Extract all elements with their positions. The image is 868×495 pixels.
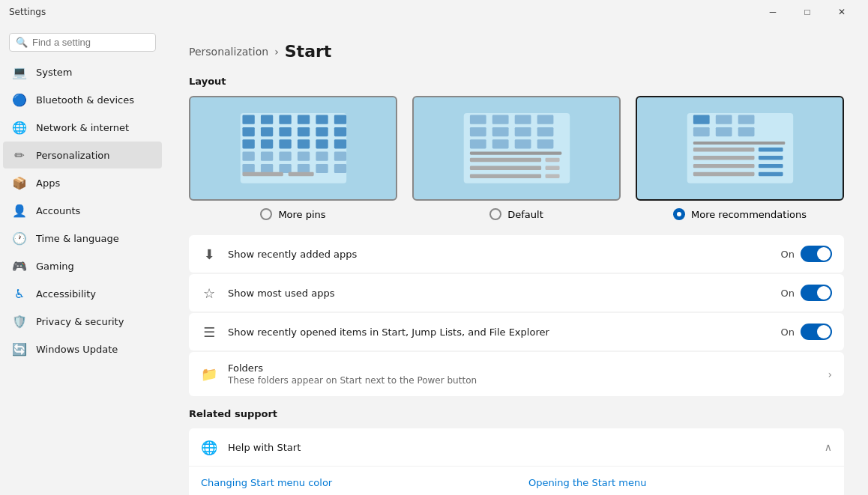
help-with-start-header[interactable]: 🌐 Help with Start ∧ (189, 428, 844, 466)
radio-more-pins[interactable] (260, 208, 272, 220)
card-option-more-recommendations[interactable]: More recommendations (673, 208, 807, 220)
sidebar-item-network[interactable]: 🌐 Network & internet (3, 114, 162, 141)
setting-row-recently-added[interactable]: ⬇ Show recently added apps On (189, 235, 844, 273)
apps-icon: 📦 (12, 175, 27, 190)
search-input[interactable] (32, 37, 149, 48)
svg-rect-47 (469, 158, 540, 162)
svg-rect-39 (492, 127, 508, 136)
sidebar-item-accessibility[interactable]: ♿ Accessibility (3, 280, 162, 307)
sidebar-item-system[interactable]: 💻 System (3, 58, 162, 85)
sidebar-item-privacy[interactable]: 🛡️ Privacy & security (3, 308, 162, 335)
svg-rect-31 (242, 172, 283, 176)
support-link-1[interactable]: Opening the Start menu (516, 467, 844, 495)
toggle-value-recently-opened: On (781, 327, 795, 338)
sidebar-item-accounts[interactable]: 👤 Accounts (3, 197, 162, 224)
setting-right-most-used: On (781, 285, 832, 301)
network-icon: 🌐 (12, 120, 27, 135)
sidebar-item-label-accessibility: Accessibility (36, 288, 96, 300)
sidebar-item-label-apps: Apps (36, 177, 60, 189)
radio-more-recommendations[interactable] (673, 208, 685, 220)
close-button[interactable]: ✕ (825, 0, 859, 24)
layout-card-more-pins: More pins (189, 96, 397, 220)
card-label-more-pins: More pins (278, 209, 325, 220)
breadcrumb-parent[interactable]: Personalization (189, 46, 268, 58)
bluetooth-icon: 🔵 (12, 92, 27, 107)
sidebar-item-time[interactable]: 🕐 Time & language (3, 225, 162, 252)
card-preview-more-pins[interactable] (189, 96, 397, 201)
privacy-icon: 🛡️ (12, 314, 27, 329)
setting-subtitle-folders: These folders appear on Start next to th… (228, 375, 817, 386)
svg-rect-46 (469, 152, 561, 155)
svg-rect-12 (334, 127, 346, 136)
svg-rect-14 (260, 139, 272, 148)
main-content: Personalization › Start Layout More pins (165, 24, 868, 495)
help-with-start-title: Help with Start (228, 442, 814, 453)
setting-icon-recently-added: ⬇ (201, 246, 217, 262)
sidebar-item-label-privacy: Privacy & security (36, 316, 124, 327)
sidebar-item-update[interactable]: 🔄 Windows Update (3, 335, 162, 362)
sidebar-item-label-personalization: Personalization (36, 150, 110, 161)
sidebar-item-apps[interactable]: 📦 Apps (3, 169, 162, 196)
sidebar-item-label-time: Time & language (36, 233, 119, 244)
svg-rect-38 (469, 127, 486, 136)
setting-row-most-used[interactable]: ☆ Show most used apps On (189, 274, 844, 312)
toggle-recently-opened[interactable] (801, 324, 832, 340)
nav-list: 💻 System 🔵 Bluetooth & devices 🌐 Network… (0, 58, 165, 363)
svg-rect-30 (334, 164, 346, 173)
sidebar-item-label-system: System (36, 67, 72, 78)
svg-rect-25 (242, 164, 254, 173)
svg-rect-5 (316, 115, 328, 124)
window-controls: ─ □ ✕ (756, 0, 859, 24)
setting-title-recently-added: Show recently added apps (228, 249, 771, 260)
svg-rect-27 (279, 164, 291, 173)
svg-rect-44 (514, 139, 531, 148)
svg-rect-17 (316, 139, 328, 148)
svg-rect-20 (260, 152, 272, 161)
svg-rect-61 (693, 148, 754, 151)
accounts-icon: 👤 (12, 203, 27, 218)
svg-rect-16 (297, 139, 309, 148)
setting-right-folders: › (828, 368, 832, 380)
setting-right-recently-opened: On (781, 324, 832, 340)
sidebar: 🔍 💻 System 🔵 Bluetooth & devices 🌐 Netwo… (0, 24, 165, 495)
svg-rect-66 (758, 164, 783, 168)
chevron-right-icon: › (828, 368, 832, 380)
radio-default[interactable] (489, 208, 501, 220)
setting-row-folders[interactable]: 📁 Folders These folders appear on Start … (189, 352, 844, 396)
svg-rect-36 (514, 115, 531, 124)
svg-rect-6 (334, 115, 346, 124)
update-icon: 🔄 (12, 341, 27, 356)
layout-card-more-recommendations: More recommendations (636, 96, 844, 220)
card-option-more-pins[interactable]: More pins (260, 208, 325, 220)
search-icon: 🔍 (16, 37, 28, 48)
setting-text-folders: Folders These folders appear on Start ne… (228, 362, 817, 386)
setting-text-recently-opened: Show recently opened items in Start, Jum… (228, 327, 771, 338)
setting-row-recently-opened[interactable]: ☰ Show recently opened items in Start, J… (189, 313, 844, 350)
svg-rect-15 (279, 139, 291, 148)
toggle-most-used[interactable] (801, 285, 832, 301)
layout-cards: More pins Default (189, 96, 844, 220)
card-preview-more-recommendations[interactable] (636, 96, 844, 201)
sidebar-item-gaming[interactable]: 🎮 Gaming (3, 252, 162, 279)
sidebar-item-bluetooth[interactable]: 🔵 Bluetooth & devices (3, 86, 162, 113)
support-section: 🌐 Help with Start ∧ Changing Start menu … (189, 428, 844, 495)
svg-rect-65 (693, 164, 754, 168)
svg-rect-67 (693, 172, 754, 176)
toggle-knob-recently-added (817, 247, 831, 261)
app-title: Settings (9, 7, 46, 17)
svg-rect-62 (758, 148, 783, 151)
svg-rect-59 (738, 127, 754, 136)
card-preview-default[interactable] (412, 96, 621, 201)
toggle-recently-added[interactable] (801, 246, 832, 262)
setting-icon-recently-opened: ☰ (201, 324, 217, 340)
support-link-0[interactable]: Changing Start menu color (189, 467, 516, 495)
sidebar-item-personalization[interactable]: ✏️ Personalization (3, 142, 162, 168)
card-option-default[interactable]: Default (489, 208, 543, 220)
svg-rect-10 (297, 127, 309, 136)
svg-rect-37 (537, 115, 553, 124)
svg-rect-49 (469, 166, 540, 170)
sidebar-item-label-accounts: Accounts (36, 205, 80, 216)
search-box[interactable]: 🔍 (9, 33, 156, 52)
minimize-button[interactable]: ─ (756, 0, 790, 24)
maximize-button[interactable]: □ (790, 0, 825, 24)
